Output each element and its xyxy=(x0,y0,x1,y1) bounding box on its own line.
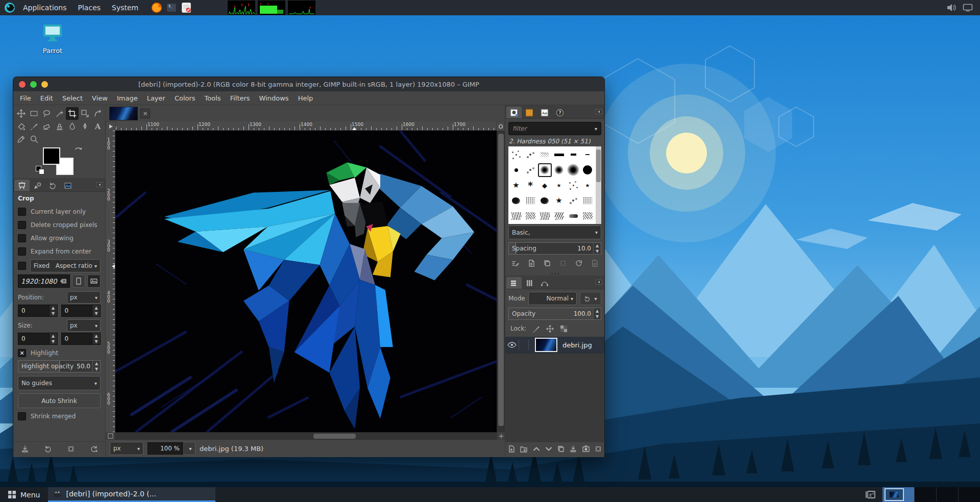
dock-resize-grip[interactable] xyxy=(505,271,604,275)
brush-swatch-dots[interactable] xyxy=(567,179,580,192)
layer-opacity-slider[interactable]: Opacity 100.0 ▲▼ xyxy=(508,308,601,320)
brush-swatch-blob[interactable] xyxy=(509,194,523,208)
position-x-input[interactable]: 0 ▲▼ xyxy=(18,305,58,317)
brush-grid-scrollbar[interactable] xyxy=(596,146,601,224)
volume-icon[interactable] xyxy=(946,3,957,12)
tool-handle-transform-button[interactable] xyxy=(91,107,104,120)
menu-colors[interactable]: Colors xyxy=(170,94,200,102)
zoom-control[interactable]: 100 % ▾ xyxy=(148,442,195,455)
vertical-scrollbar[interactable] xyxy=(497,131,505,432)
new-layer-button[interactable] xyxy=(507,445,516,455)
brush-swatch-fuzzylg[interactable] xyxy=(567,163,580,177)
spin-down-icon[interactable]: ▼ xyxy=(92,339,100,344)
foreground-color-swatch[interactable] xyxy=(43,147,60,165)
size-width-input[interactable]: 0 ▲▼ xyxy=(18,333,58,345)
save-settings-button[interactable] xyxy=(21,445,29,455)
tray-widget-icon[interactable]: z z xyxy=(859,487,883,502)
fixed-aspect-combo[interactable]: Fixed Aspect ratio ▾ xyxy=(30,259,101,272)
brush-swatch-fuzzy[interactable] xyxy=(538,163,552,177)
guides-combo[interactable]: No guides ▾ xyxy=(18,376,101,390)
panel-menu-places[interactable]: Places xyxy=(72,0,107,15)
visibility-eye-icon[interactable] xyxy=(507,341,517,348)
menu-windows[interactable]: Windows xyxy=(255,94,293,102)
brush-swatch-chalk[interactable] xyxy=(538,148,552,162)
display-icon[interactable] xyxy=(963,4,973,12)
brush-swatch-barwide[interactable] xyxy=(552,148,566,162)
brush-swatch-texture[interactable] xyxy=(581,194,595,208)
menu-filters[interactable]: Filters xyxy=(226,94,255,102)
brush-swatch-texture[interactable] xyxy=(524,194,537,208)
brush-swatch-speck[interactable] xyxy=(524,163,537,177)
refresh-brushes-button[interactable] xyxy=(575,259,583,269)
tab-fonts[interactable]: Aa xyxy=(537,107,552,118)
tab-channels[interactable] xyxy=(522,277,537,289)
checkbox[interactable] xyxy=(18,221,26,229)
spin-down-icon[interactable]: ▼ xyxy=(92,311,100,316)
lock-position-icon[interactable] xyxy=(546,325,554,333)
tool-fuzzy-select-button[interactable] xyxy=(53,107,66,120)
text-editor-icon[interactable] xyxy=(181,2,192,13)
spin-down-icon[interactable]: ▼ xyxy=(93,366,100,372)
collapse-dock-icon[interactable] xyxy=(95,181,104,190)
duplicate-brush-button[interactable] xyxy=(543,259,551,269)
size-height-input[interactable]: 0 ▲▼ xyxy=(61,333,101,345)
menu-help[interactable]: Help xyxy=(293,94,318,102)
mode-switch-button[interactable]: ▾ xyxy=(580,292,601,305)
menu-tools[interactable]: Tools xyxy=(200,94,226,102)
highlight-opacity-slider[interactable]: Highlight opacity 50.0 ▲▼ xyxy=(18,360,101,372)
quick-mask-button[interactable] xyxy=(106,432,115,440)
raise-layer-button[interactable] xyxy=(532,445,541,455)
brush-swatch-dots[interactable] xyxy=(509,148,523,162)
tool-paintbrush-button[interactable] xyxy=(28,120,40,133)
brush-swatch-star[interactable]: ★ xyxy=(509,179,523,192)
tool-color-picker-button[interactable] xyxy=(15,133,28,145)
tab-device-status[interactable]: i xyxy=(30,180,45,191)
tool-rect-select-button[interactable] xyxy=(28,107,40,120)
tool-move-button[interactable] xyxy=(15,107,28,120)
spin-up-icon[interactable]: ▲ xyxy=(50,305,57,311)
position-y-input[interactable]: 0 ▲▼ xyxy=(61,305,101,317)
taskbar-menu-button[interactable]: Menu xyxy=(0,487,48,502)
brush-swatch-circle[interactable] xyxy=(581,163,595,177)
spin-down-icon[interactable]: ▼ xyxy=(594,248,601,254)
lock-pixels-icon[interactable] xyxy=(532,325,540,333)
clear-icon[interactable] xyxy=(60,278,67,284)
new-group-button[interactable] xyxy=(520,445,528,455)
brush-swatch-vine[interactable] xyxy=(552,209,566,223)
tool-smudge-button[interactable] xyxy=(66,120,79,133)
menu-layer[interactable]: Layer xyxy=(142,94,170,102)
navigation-corner-button[interactable] xyxy=(497,432,505,440)
tool-eraser-button[interactable] xyxy=(40,120,53,133)
fixed-checkbox[interactable] xyxy=(18,262,26,270)
system-monitor-applet[interactable] xyxy=(228,1,315,15)
shrink-merged-checkbox[interactable] xyxy=(18,412,26,420)
tab-layers[interactable] xyxy=(506,277,522,289)
spin-down-icon[interactable]: ▼ xyxy=(594,314,601,319)
collapse-dock-icon[interactable] xyxy=(595,108,603,117)
tool-free-select-button[interactable] xyxy=(40,107,53,120)
panel-menu-applications[interactable]: Applications xyxy=(17,0,72,15)
tab-image-nav[interactable] xyxy=(60,180,76,191)
portrait-orientation-button[interactable] xyxy=(72,274,85,288)
menu-select[interactable]: Select xyxy=(58,94,87,102)
spin-down-icon[interactable]: ▼ xyxy=(50,339,57,344)
tool-zoom-button[interactable] xyxy=(28,133,40,145)
brush-swatch-speck[interactable] xyxy=(567,194,580,208)
checkbox[interactable] xyxy=(18,234,26,242)
menu-edit[interactable]: Edit xyxy=(36,94,58,102)
brush-swatch-speck[interactable] xyxy=(524,148,537,162)
brush-swatch-diamond[interactable]: ◆ xyxy=(538,179,552,192)
brush-group-combo[interactable]: Basic, ▾ xyxy=(508,225,601,239)
navigation-button[interactable] xyxy=(496,121,505,132)
menu-view[interactable]: View xyxy=(87,94,112,102)
tab-undo-history[interactable] xyxy=(45,180,60,191)
close-window-button[interactable] xyxy=(19,81,26,88)
tab-help[interactable]: ? xyxy=(552,107,568,118)
add-mask-button[interactable] xyxy=(582,445,590,455)
tool-unified-transform-button[interactable] xyxy=(79,107,91,120)
terminal-icon[interactable]: $_ xyxy=(166,2,177,13)
highlight-checkbox[interactable]: ✕ xyxy=(18,349,26,357)
tool-text-button[interactable]: A xyxy=(91,120,104,133)
default-colors-icon[interactable] xyxy=(36,166,44,174)
brush-swatch-scratch[interactable] xyxy=(524,209,537,223)
